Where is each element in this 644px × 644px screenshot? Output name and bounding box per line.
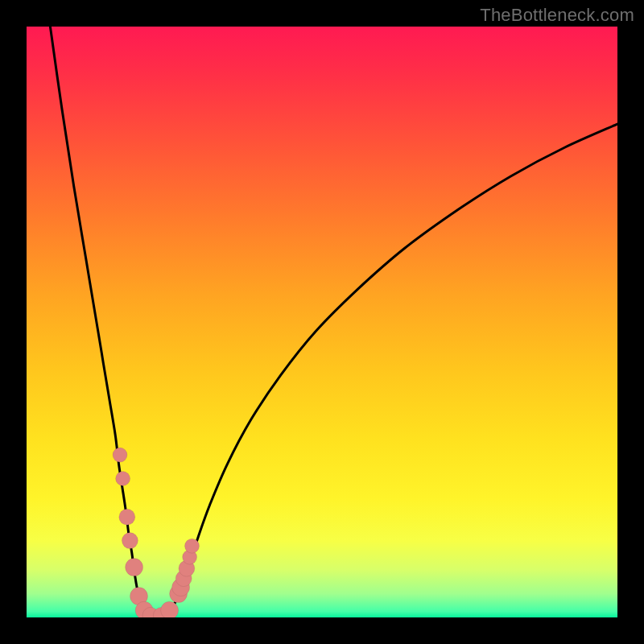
- bead-marker: [122, 533, 138, 549]
- bead-marker: [113, 448, 127, 462]
- bead-marker: [116, 472, 130, 486]
- curve-layer: [27, 27, 617, 617]
- bead-marker: [126, 559, 143, 576]
- bead-marker: [185, 539, 200, 553]
- plot-area: [27, 27, 617, 617]
- bead-marker: [119, 509, 135, 525]
- curve-line: [50, 27, 617, 617]
- outer-frame: TheBottleneck.com: [0, 0, 644, 644]
- watermark-text: TheBottleneck.com: [480, 5, 634, 26]
- bead-cluster: [113, 448, 200, 617]
- bead-marker: [161, 601, 179, 617]
